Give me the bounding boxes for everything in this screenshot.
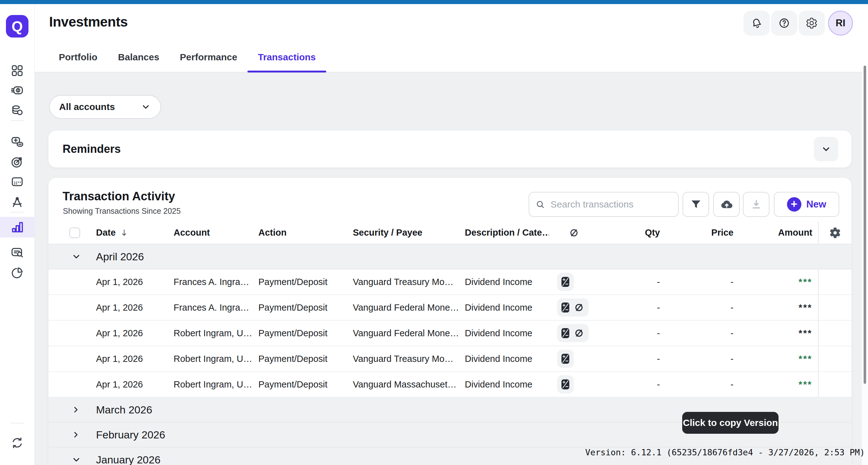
cell-description: Dividend Income	[465, 302, 549, 313]
cell-action: Payment/Deposit	[258, 277, 353, 287]
sidebar-item-spending[interactable]	[10, 84, 24, 97]
cell-amount-masked: ***	[734, 276, 818, 287]
page-header: Investments RI	[34, 4, 868, 42]
accounts-filter-dropdown[interactable]: All accounts	[49, 95, 161, 119]
split-plus-minus-icon	[561, 379, 569, 390]
tab-transactions[interactable]: Transactions	[247, 42, 326, 72]
transaction-row[interactable]: Apr 1, 2026 Robert Ingram, U… Payment/De…	[49, 372, 851, 398]
transaction-row[interactable]: Apr 1, 2026 Robert Ingram, U… Payment/De…	[49, 346, 851, 372]
cell-qty: -	[599, 302, 660, 313]
app-logo[interactable]: Q	[6, 15, 28, 37]
doc-search-icon	[10, 245, 24, 259]
column-description[interactable]: Description / Cate…	[465, 228, 549, 238]
sidebar-item-sync[interactable]	[10, 436, 24, 450]
sidebar-divider	[10, 120, 24, 121]
chevron-right-icon[interactable]	[71, 405, 96, 415]
tab-portfolio[interactable]: Portfolio	[49, 42, 107, 72]
search-transactions[interactable]	[529, 192, 679, 217]
chevron-down-icon[interactable]	[71, 251, 96, 262]
notifications-button[interactable]	[744, 11, 770, 36]
sidebar-item-transfers[interactable]	[10, 135, 24, 149]
chevron-down-icon	[820, 143, 832, 155]
upload-button[interactable]	[713, 192, 740, 217]
download-button[interactable]	[743, 192, 770, 217]
sidebar-item-investments[interactable]	[10, 220, 24, 234]
cell-date: Apr 1, 2026	[96, 302, 174, 313]
cell-action: Payment/Deposit	[258, 328, 353, 338]
gear-icon	[829, 227, 841, 239]
plus-minus-bubbles-icon	[10, 135, 24, 149]
cell-action: Payment/Deposit	[258, 302, 353, 313]
transaction-row[interactable]: Apr 1, 2026 Frances A. Ingra… Payment/De…	[49, 295, 851, 321]
select-all-checkbox[interactable]	[69, 228, 80, 238]
column-date[interactable]: Date	[96, 228, 174, 238]
sidebar-item-dashboard[interactable]	[10, 64, 24, 77]
sidebar: Q	[0, 4, 35, 465]
sidebar-item-calendar[interactable]	[10, 175, 24, 189]
bell-icon	[749, 16, 764, 30]
eye-slash-icon	[574, 328, 585, 339]
top-accent-bar	[0, 0, 868, 4]
sidebar-item-reports[interactable]	[10, 245, 24, 259]
split-plus-minus-icon	[561, 302, 569, 313]
column-action[interactable]: Action	[258, 228, 353, 238]
sidebar-item-goals[interactable]	[10, 155, 24, 169]
column-account[interactable]: Account	[174, 228, 258, 238]
chevron-down-icon	[141, 102, 151, 112]
cell-qty: -	[599, 277, 660, 287]
scrollbar-thumb[interactable]	[864, 66, 866, 384]
cell-account: Frances A. Ingra…	[174, 277, 258, 287]
sort-desc-icon	[120, 228, 129, 237]
cell-qty: -	[599, 328, 660, 338]
row-flags	[557, 350, 574, 368]
tab-performance[interactable]: Performance	[169, 42, 247, 72]
page-title: Investments	[49, 14, 128, 30]
cell-account: Robert Ingram, U…	[174, 354, 258, 364]
dashboard-grid-icon	[10, 64, 24, 77]
cell-price: -	[660, 354, 734, 364]
search-input[interactable]	[550, 199, 672, 210]
cloud-upload-icon	[720, 198, 734, 211]
filter-funnel-icon	[690, 198, 702, 211]
table-settings-button[interactable]	[818, 222, 851, 244]
tab-balances[interactable]: Balances	[107, 42, 169, 72]
cell-security: Vanguard Treasury Mo…	[353, 277, 465, 287]
cell-account: Robert Ingram, U…	[174, 328, 258, 338]
eye-slash-icon	[574, 302, 585, 313]
row-flags	[557, 324, 589, 342]
sidebar-item-planning[interactable]	[10, 195, 24, 209]
column-amount[interactable]: Amount	[734, 228, 818, 238]
column-price[interactable]: Price	[660, 228, 734, 238]
transaction-row[interactable]: Apr 1, 2026 Frances A. Ingra… Payment/De…	[49, 269, 851, 295]
column-security[interactable]: Security / Payee	[353, 228, 465, 238]
help-icon	[778, 17, 790, 29]
sidebar-divider	[10, 423, 24, 424]
new-transaction-button[interactable]: + New	[774, 192, 839, 217]
sidebar-item-accounts[interactable]	[10, 103, 24, 117]
group-row-april-2026[interactable]: April 2026	[49, 244, 851, 269]
column-qty[interactable]: Qty	[599, 228, 660, 238]
chevron-right-icon[interactable]	[71, 430, 96, 440]
reminders-title: Reminders	[63, 142, 121, 156]
bar-chart-icon	[10, 220, 24, 234]
table-header-row: Date Account Action Security / Payee Des…	[49, 222, 851, 244]
avatar[interactable]: RI	[828, 11, 853, 36]
calendar-icon	[10, 175, 24, 189]
cell-description: Dividend Income	[465, 379, 549, 390]
split-plus-minus-icon	[561, 328, 569, 338]
filter-button[interactable]	[683, 192, 709, 217]
cell-description: Dividend Income	[465, 277, 549, 287]
sidebar-item-pie-report[interactable]	[10, 266, 24, 280]
transaction-row[interactable]: Apr 1, 2026 Robert Ingram, U… Payment/De…	[49, 321, 851, 346]
sync-icon	[10, 436, 24, 450]
cell-date: Apr 1, 2026	[96, 328, 174, 338]
chevron-down-icon[interactable]	[71, 454, 96, 465]
settings-button[interactable]	[799, 11, 825, 36]
cell-price: -	[660, 328, 734, 338]
plus-circle-icon: +	[787, 197, 801, 211]
cell-date: Apr 1, 2026	[96, 379, 174, 390]
reminders-expand-button[interactable]	[814, 137, 838, 161]
help-button[interactable]	[771, 11, 797, 36]
column-hidden-eye-slash-icon[interactable]	[549, 227, 599, 238]
version-text[interactable]: Version: 6.12.1 (65235/18676fd3e4 - 3/27…	[585, 447, 865, 457]
